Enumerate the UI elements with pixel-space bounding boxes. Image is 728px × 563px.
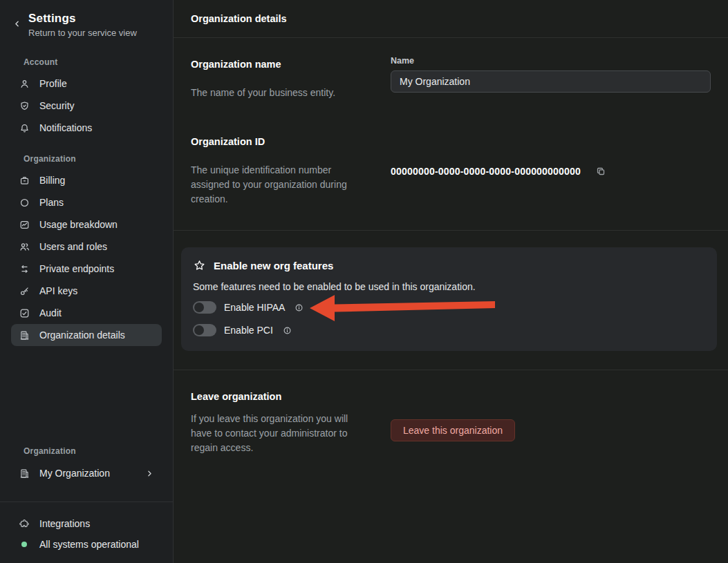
- copy-button[interactable]: [595, 165, 607, 178]
- users-icon: [19, 241, 30, 253]
- sidebar-item-notifications[interactable]: Notifications: [11, 117, 162, 139]
- billing-icon: [19, 175, 30, 187]
- sidebar-item-label: Usage breakdown: [39, 219, 118, 230]
- circle-icon: [19, 197, 30, 209]
- org-id-description: The unique identification number assigne…: [191, 163, 365, 207]
- sidebar-item-label: API keys: [39, 285, 77, 296]
- page-title: Organization details: [191, 13, 287, 24]
- info-icon: [282, 325, 292, 336]
- hipaa-toggle[interactable]: [193, 301, 216, 314]
- sidebar-title: Settings: [28, 12, 137, 26]
- features-card: Enable new org features Some features ne…: [181, 247, 717, 351]
- copy-icon: [595, 165, 607, 178]
- integrations-label: Integrations: [39, 518, 90, 529]
- features-card-heading: Enable new org features: [214, 260, 333, 271]
- sidebar-item-billing[interactable]: Billing: [11, 169, 162, 191]
- sidebar-header: Settings Return to your service view: [0, 0, 173, 38]
- leave-description: If you leave this organization you will …: [191, 412, 365, 455]
- pci-info-button[interactable]: [282, 325, 292, 336]
- sidebar-item-label: Users and roles: [39, 241, 107, 252]
- main-header: Organization details: [174, 0, 728, 38]
- hipaa-info-button[interactable]: [294, 303, 304, 313]
- features-card-description: Some features need to be enabled to be u…: [193, 281, 703, 292]
- bell-icon: [19, 122, 30, 134]
- integrations-link[interactable]: Integrations: [11, 513, 162, 534]
- chart-icon: [19, 219, 30, 231]
- sidebar-item-users-and-roles[interactable]: Users and roles: [11, 236, 162, 258]
- org-info-section: Organization name The name of your busin…: [174, 38, 728, 230]
- leave-section: Leave organization If you leave this org…: [174, 370, 728, 473]
- org-name-description: The name of your business entity.: [191, 86, 365, 100]
- org-id-value: 00000000-0000-0000-0000-000000000000: [391, 166, 581, 177]
- sidebar-item-profile[interactable]: Profile: [11, 73, 162, 95]
- pci-toggle-label: Enable PCI: [224, 325, 273, 336]
- section-label-organization: Organization: [24, 154, 162, 164]
- shield-icon: [19, 100, 30, 112]
- swap-arrows-icon: [19, 263, 30, 275]
- name-field-label: Name: [391, 56, 711, 66]
- section-label-account: Account: [24, 57, 162, 67]
- status-label: All systems operational: [39, 539, 139, 550]
- sidebar-item-label: Billing: [39, 175, 65, 186]
- main-content: Organization details Organization name T…: [174, 0, 728, 563]
- star-icon: [193, 259, 206, 272]
- key-icon: [19, 285, 30, 297]
- org-switcher-label: My Organization: [39, 468, 110, 479]
- sidebar-item-plans[interactable]: Plans: [11, 191, 162, 213]
- org-name-row: Organization name The name of your busin…: [191, 56, 711, 100]
- leave-heading: Leave organization: [191, 391, 391, 402]
- user-icon: [19, 78, 30, 90]
- audit-icon: [19, 307, 30, 319]
- building-icon: [19, 330, 30, 341]
- org-name-input[interactable]: [391, 70, 711, 93]
- pci-toggle[interactable]: [193, 324, 216, 336]
- puzzle-icon: [19, 518, 30, 530]
- org-id-heading: Organization ID: [191, 136, 391, 147]
- sidebar-item-organization-details[interactable]: Organization details: [11, 324, 162, 346]
- status-dot-icon: [21, 542, 27, 547]
- sidebar-footer: Integrations All systems operational: [0, 502, 173, 563]
- sidebar-spacer: [0, 346, 173, 446]
- org-name-heading: Organization name: [191, 59, 391, 70]
- org-switcher-row[interactable]: My Organization: [11, 461, 162, 485]
- features-section: Enable new org features Some features ne…: [174, 231, 728, 370]
- sidebar-item-label: Plans: [39, 197, 64, 208]
- hipaa-toggle-label: Enable HIPAA: [224, 302, 285, 313]
- sidebar-item-label: Audit: [39, 307, 62, 318]
- sidebar-item-label: Private endpoints: [39, 263, 114, 274]
- leave-organization-button[interactable]: Leave this organization: [391, 419, 515, 441]
- sidebar-item-label: Security: [39, 100, 75, 111]
- sidebar-item-label: Profile: [39, 78, 67, 89]
- org-id-row: Organization ID The unique identificatio…: [191, 133, 711, 207]
- pci-toggle-row: Enable PCI: [193, 323, 703, 338]
- sidebar-item-security[interactable]: Security: [11, 95, 162, 117]
- back-button[interactable]: [12, 19, 21, 28]
- chevron-left-icon: [12, 19, 21, 28]
- sidebar-item-label: Organization details: [39, 330, 125, 341]
- footer-org-section-label: Organization: [24, 446, 162, 456]
- settings-sidebar: Settings Return to your service view Acc…: [0, 0, 174, 563]
- status-link[interactable]: All systems operational: [11, 534, 162, 555]
- sidebar-nav: Account Profile Security Notifications O…: [0, 38, 173, 346]
- sidebar-item-private-endpoints[interactable]: Private endpoints: [11, 258, 162, 280]
- sidebar-subtitle: Return to your service view: [28, 28, 137, 38]
- info-icon: [294, 303, 304, 313]
- sidebar-item-label: Notifications: [39, 122, 92, 133]
- building-icon: [19, 468, 30, 479]
- hipaa-toggle-row: Enable HIPAA: [193, 300, 703, 315]
- chevron-right-icon: [145, 469, 154, 478]
- sidebar-org-switcher: Organization My Organization: [0, 446, 173, 485]
- sidebar-item-usage-breakdown[interactable]: Usage breakdown: [11, 213, 162, 236]
- sidebar-item-audit[interactable]: Audit: [11, 302, 162, 324]
- sidebar-item-api-keys[interactable]: API keys: [11, 280, 162, 302]
